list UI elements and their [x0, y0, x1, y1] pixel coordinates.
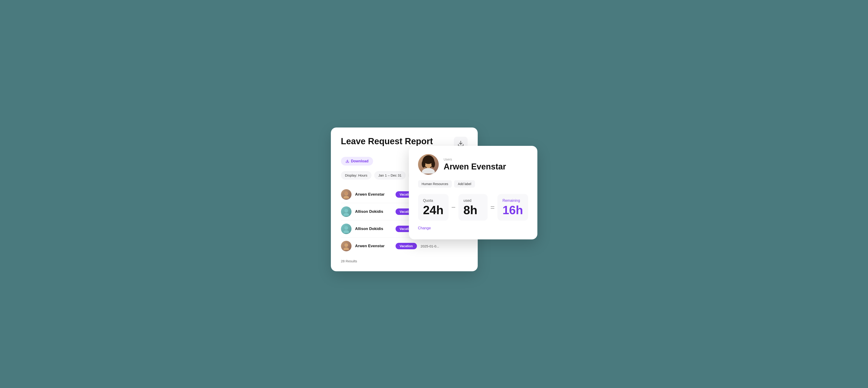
row-date: 2025-01-0...	[421, 244, 439, 248]
results-count: 28 Results	[341, 259, 468, 263]
leave-card-title: Leave Request Report	[341, 137, 433, 146]
used-value: 8h	[464, 204, 483, 216]
svg-point-13	[343, 248, 349, 250]
date-range-label: Jan 1 – Dec 31	[378, 173, 402, 177]
user-info: Users Arwen Evenstar	[444, 158, 528, 171]
row-name: Arwen Evenstar	[355, 244, 392, 248]
avatar-placeholder	[341, 224, 351, 234]
avatar	[341, 241, 351, 251]
date-range-filter-chip[interactable]: Jan 1 – Dec 31	[374, 171, 406, 180]
used-card: used 8h	[459, 194, 488, 221]
equals-operator: =	[490, 203, 495, 212]
user-avatar-illustration	[420, 155, 436, 173]
svg-point-17	[422, 168, 435, 173]
quota-row: Quota 24h − used 8h = Remaining 16h	[418, 194, 528, 221]
minus-operator: −	[451, 203, 456, 212]
download-btn-icon	[345, 159, 349, 163]
avatar-placeholder	[341, 206, 351, 217]
display-filter-chip[interactable]: Display: Hours	[341, 171, 372, 180]
avatar-face-icon	[342, 225, 350, 233]
quota-card: Quota 24h	[418, 194, 449, 221]
avatar	[341, 206, 351, 217]
download-btn-label: Download	[351, 159, 369, 163]
avatar-face-icon	[342, 190, 350, 199]
display-filter-label: Display: Hours	[345, 173, 368, 177]
row-name: Arwen Evenstar	[355, 192, 392, 197]
user-card-header: Users Arwen Evenstar	[418, 154, 528, 175]
user-section-label: Users	[444, 158, 528, 161]
avatar-face-icon	[342, 242, 350, 250]
svg-point-11	[343, 230, 349, 233]
quota-label: Quota	[423, 199, 444, 203]
svg-point-19	[422, 160, 425, 168]
add-label-chip[interactable]: Add label	[454, 180, 475, 188]
user-name: Arwen Evenstar	[444, 162, 528, 171]
download-button[interactable]: Download	[341, 157, 373, 166]
table-row: Arwen Evenstar Vacation 2025-01-0...	[341, 237, 468, 255]
vacation-badge: Vacation	[396, 243, 417, 249]
avatar-placeholder	[341, 189, 351, 200]
user-labels-row: Human Resources Add label	[418, 180, 528, 188]
svg-point-9	[343, 213, 349, 216]
user-detail-card: Users Arwen Evenstar Human Resources Add…	[409, 146, 537, 239]
row-name: Allison Dokidis	[355, 227, 392, 231]
row-name: Allison Dokidis	[355, 209, 392, 214]
avatar	[341, 189, 351, 200]
remaining-value: 16h	[502, 204, 523, 216]
human-resources-label-chip[interactable]: Human Resources	[418, 180, 452, 188]
remaining-label: Remaining	[502, 199, 523, 203]
svg-point-7	[345, 191, 348, 195]
user-avatar-large	[418, 154, 439, 175]
svg-point-6	[343, 196, 349, 199]
quota-value: 24h	[423, 204, 444, 216]
change-button[interactable]: Change	[418, 226, 431, 230]
avatar-placeholder	[341, 241, 351, 251]
svg-point-12	[344, 243, 348, 247]
svg-point-10	[344, 226, 348, 230]
remaining-card: Remaining 16h	[497, 194, 528, 221]
used-label: used	[464, 199, 483, 203]
svg-point-20	[431, 160, 435, 168]
avatar	[341, 224, 351, 234]
avatar-face-icon	[342, 207, 350, 216]
svg-point-8	[344, 209, 348, 213]
